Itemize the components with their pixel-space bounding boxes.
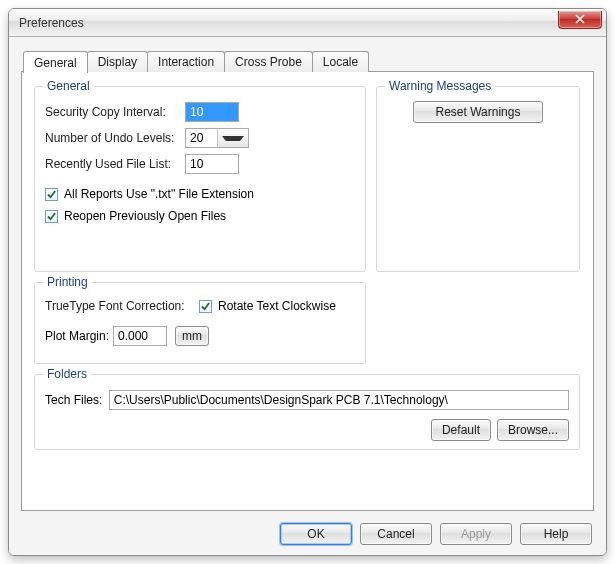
help-button[interactable]: Help	[520, 523, 592, 545]
recent-files-label: Recently Used File List:	[45, 157, 185, 171]
titlebar: Preferences	[9, 9, 606, 37]
undo-levels-value: 20	[186, 131, 217, 145]
close-button[interactable]	[558, 11, 602, 29]
recent-files-input[interactable]	[185, 154, 239, 174]
group-general: General Security Copy Interval: Number o…	[34, 86, 366, 272]
group-printing-legend: Printing	[43, 275, 92, 289]
reset-warnings-button[interactable]: Reset Warnings	[413, 101, 543, 123]
tech-files-label: Tech Files:	[45, 393, 109, 407]
group-general-legend: General	[43, 79, 94, 93]
security-interval-input[interactable]	[185, 102, 239, 122]
group-warning: Warning Messages Reset Warnings	[376, 86, 580, 272]
plot-margin-label: Plot Margin:	[45, 329, 113, 343]
checkbox-rotate-clockwise[interactable]	[199, 300, 212, 313]
checkbox-txt-extension-label: All Reports Use ".txt" File Extension	[64, 187, 254, 201]
group-folders: Folders Tech Files: Default Browse...	[34, 374, 580, 450]
group-folders-legend: Folders	[43, 367, 91, 381]
undo-levels-label: Number of Undo Levels:	[45, 131, 185, 145]
checkbox-txt-extension[interactable]	[45, 188, 58, 201]
security-interval-label: Security Copy Interval:	[45, 105, 185, 119]
checkbox-rotate-clockwise-label: Rotate Text Clockwise	[218, 299, 336, 313]
undo-levels-combo[interactable]: 20	[185, 128, 249, 148]
browse-button[interactable]: Browse...	[497, 419, 569, 441]
tech-files-input[interactable]	[109, 390, 569, 410]
window-title: Preferences	[19, 16, 84, 30]
tab-cross-probe[interactable]: Cross Probe	[224, 51, 313, 72]
ok-button[interactable]: OK	[280, 523, 352, 545]
tabpage-general: General Security Copy Interval: Number o…	[21, 71, 594, 511]
tabstrip: General Display Interaction Cross Probe …	[23, 49, 594, 71]
unit-button[interactable]: mm	[175, 326, 209, 346]
checkbox-reopen-files[interactable]	[45, 210, 58, 223]
tab-display[interactable]: Display	[87, 51, 148, 72]
client-area: General Display Interaction Cross Probe …	[9, 37, 606, 555]
apply-button[interactable]: Apply	[440, 523, 512, 545]
dialog-buttonbar: OK Cancel Apply Help	[9, 513, 606, 555]
group-printing: Printing TrueType Font Correction: Rotat…	[34, 282, 366, 364]
ttf-correction-label: TrueType Font Correction:	[45, 299, 193, 313]
group-warning-legend: Warning Messages	[385, 79, 495, 93]
preferences-dialog: Preferences General Display Interaction …	[8, 8, 607, 556]
default-button[interactable]: Default	[431, 419, 491, 441]
close-icon	[575, 14, 585, 24]
checkbox-reopen-files-label: Reopen Previously Open Files	[64, 209, 226, 223]
tab-interaction[interactable]: Interaction	[147, 51, 225, 72]
chevron-down-icon	[217, 129, 249, 147]
cancel-button[interactable]: Cancel	[360, 523, 432, 545]
tab-locale[interactable]: Locale	[312, 51, 369, 72]
plot-margin-input[interactable]	[113, 326, 167, 346]
tab-general[interactable]: General	[23, 51, 88, 73]
